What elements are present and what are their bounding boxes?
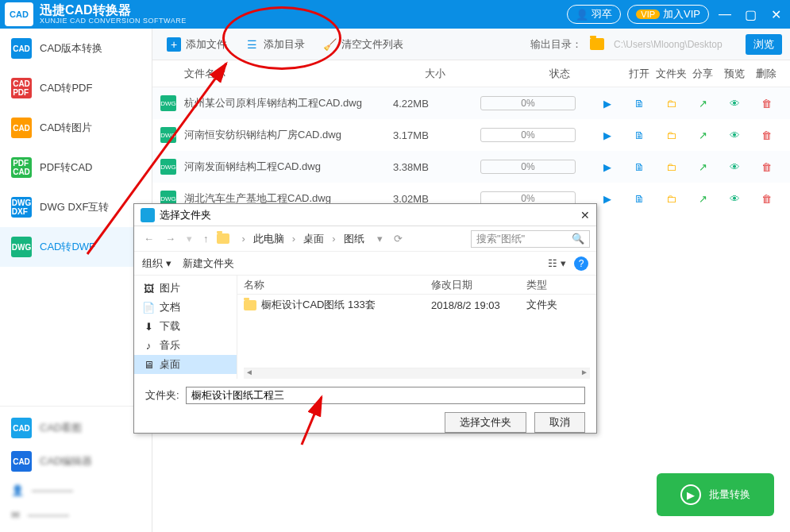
list-header-name[interactable]: 名称 [244, 278, 431, 292]
outdir-path: C:\Users\Mloong\Desktop [614, 39, 741, 50]
sidebar-item-label: CAD看图 [40, 421, 82, 435]
preview-button[interactable]: 👁 [719, 193, 750, 205]
breadcrumb-0[interactable]: 此电脑 [253, 232, 284, 246]
preview-button[interactable]: 👁 [719, 161, 750, 173]
share-button[interactable]: ↗ [687, 161, 719, 173]
broom-icon: 🧹 [322, 37, 337, 52]
clear-list-button[interactable]: 🧹 清空文件列表 [316, 34, 410, 55]
tree-label: 下载 [160, 319, 180, 333]
sidebar-item-label: CAD编辑器 [40, 454, 92, 468]
open-folder-button[interactable]: 🗀 [655, 129, 687, 141]
tree-item[interactable]: 🖼图片 [134, 279, 237, 298]
open-file-button[interactable]: 🗎 [623, 161, 655, 173]
sidebar-item-pdf2cad[interactable]: PDFCAD PDF转CAD [0, 148, 152, 187]
progress-bar: 0% [480, 160, 576, 174]
add-file-label: 添加文件 [186, 37, 227, 52]
add-file-button[interactable]: + 添加文件 [160, 34, 233, 55]
tree-item[interactable]: 🖥桌面 [134, 355, 237, 374]
share-button[interactable]: ↗ [687, 193, 719, 205]
user-chip[interactable]: 👤 羽卒 [567, 5, 621, 24]
app-subtitle: XUNJIE CAD CONVERSION SOFTWARE [40, 17, 567, 25]
sidebar-item-version[interactable]: CAD CAD版本转换 [0, 29, 152, 68]
col-share: 分享 [687, 67, 719, 81]
dwg-icon: DWG [160, 127, 176, 143]
tree-item[interactable]: ⬇下载 [134, 317, 237, 336]
sidebar-item-label: CAD转DWF [40, 240, 95, 254]
cancel-button[interactable]: 取消 [534, 412, 585, 433]
sidebar-item-contact2[interactable]: ✉———— [0, 503, 152, 527]
progress-bar: 0% [480, 128, 576, 142]
open-file-button[interactable]: 🗎 [623, 193, 655, 205]
nav-up-button[interactable]: ↑ [200, 233, 212, 245]
list-item-date: 2018/8/2 19:03 [431, 299, 526, 311]
sidebar-item-dwgdxf[interactable]: DWGDXF DWG DXF互转 [0, 187, 152, 227]
play-row-button[interactable]: ▶ [592, 129, 623, 141]
dialog-title: 选择文件夹 [160, 208, 211, 222]
sidebar-item-contact1[interactable]: 👤———— [0, 478, 152, 503]
vip-button[interactable]: VIP 加入VIP [627, 5, 709, 24]
open-file-button[interactable]: 🗎 [623, 129, 655, 141]
sidebar-item-cad2dwf[interactable]: DWG CAD转DWF [0, 227, 152, 267]
open-file-button[interactable]: 🗎 [623, 98, 655, 110]
help-button[interactable]: ? [574, 256, 588, 271]
file-name: 杭州某公司原料库钢结构工程CAD.dwg [184, 96, 393, 110]
share-button[interactable]: ↗ [687, 129, 719, 141]
maximize-button[interactable]: ▢ [741, 5, 760, 24]
add-dir-button[interactable]: ☰ 添加目录 [238, 34, 311, 55]
open-folder-button[interactable]: 🗀 [655, 161, 687, 173]
delete-button[interactable]: 🗑 [750, 161, 782, 173]
preview-button[interactable]: 👁 [719, 98, 750, 110]
file-name: 河南发面钢结构工程CAD.dwg [184, 160, 393, 174]
nav-forward-button[interactable]: → [162, 233, 179, 245]
dwf-icon: DWG [11, 237, 32, 257]
list-header-type[interactable]: 类型 [526, 278, 590, 292]
nav-back-button[interactable]: ← [141, 233, 157, 245]
tree-item[interactable]: ♪音乐 [134, 336, 237, 355]
delete-button[interactable]: 🗑 [750, 129, 782, 141]
preview-button[interactable]: 👁 [719, 129, 750, 141]
img-icon: CAD [11, 118, 32, 138]
mail-icon: ✉ [11, 509, 20, 521]
list-item[interactable]: 橱柜设计CAD图纸 133套2018/8/2 19:03文件夹 [237, 295, 596, 315]
sidebar-item-cad2img[interactable]: CAD CAD转图片 [0, 108, 152, 148]
sidebar-item-viewer[interactable]: CAD CAD看图 [0, 411, 152, 445]
minimize-button[interactable]: — [715, 5, 734, 24]
browse-button[interactable]: 浏览 [746, 34, 782, 55]
list-item-type: 文件夹 [526, 298, 590, 312]
tree-icon: ♪ [142, 339, 155, 352]
refresh-button[interactable]: ⟳ [391, 233, 406, 245]
cad-icon: CAD [11, 38, 32, 59]
list-item-name: 橱柜设计CAD图纸 133套 [261, 298, 376, 312]
sidebar-item-label: PDF转CAD [40, 160, 92, 175]
play-row-button[interactable]: ▶ [592, 98, 623, 110]
add-dir-label: 添加目录 [264, 37, 305, 52]
select-folder-button[interactable]: 选择文件夹 [445, 412, 526, 433]
folder-name-input[interactable] [186, 387, 585, 404]
dialog-close-button[interactable]: ✕ [580, 209, 590, 222]
view-menu[interactable]: ☷ ▾ [548, 257, 566, 269]
organize-menu[interactable]: 组织 ▾ [142, 256, 171, 271]
search-input[interactable]: 搜索"图纸" 🔍 [471, 230, 590, 248]
sidebar-item-label: DWG DXF互转 [40, 200, 109, 214]
sidebar-item-cad2pdf[interactable]: CADPDF CAD转PDF [0, 68, 152, 108]
list-header-date[interactable]: 修改日期 [431, 278, 526, 292]
play-row-button[interactable]: ▶ [592, 161, 623, 173]
title-bar: CAD 迅捷CAD转换器 XUNJIE CAD CONVERSION SOFTW… [0, 0, 790, 29]
breadcrumb-1[interactable]: 桌面 [303, 232, 324, 246]
col-preview: 预览 [719, 67, 750, 81]
close-button[interactable]: ✕ [766, 5, 785, 24]
batch-convert-button[interactable]: ▶ 批量转换 [657, 473, 774, 516]
horizontal-scrollbar[interactable] [244, 368, 590, 379]
column-headers: 文件名称 大小 状态 打开 文件夹 分享 预览 删除 [152, 60, 790, 87]
new-folder-button[interactable]: 新建文件夹 [183, 256, 234, 271]
delete-button[interactable]: 🗑 [750, 98, 782, 110]
delete-button[interactable]: 🗑 [750, 193, 782, 205]
open-folder-button[interactable]: 🗀 [655, 98, 687, 110]
open-folder-button[interactable]: 🗀 [655, 193, 687, 205]
share-button[interactable]: ↗ [687, 98, 719, 110]
outdir-label: 输出目录： [530, 37, 582, 52]
sidebar-item-editor[interactable]: CAD CAD编辑器 [0, 445, 152, 478]
breadcrumb-2[interactable]: 图纸 [344, 232, 364, 246]
nav-dropdown[interactable]: ▾ [183, 233, 195, 245]
tree-item[interactable]: 📄文档 [134, 298, 237, 317]
